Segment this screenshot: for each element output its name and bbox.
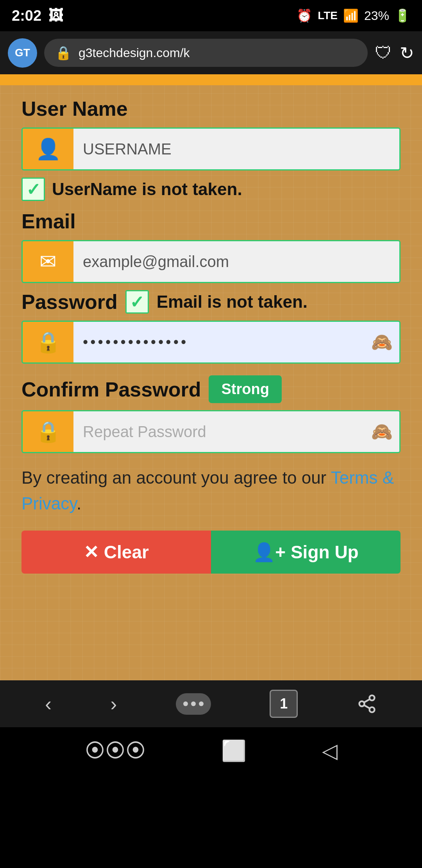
email-icon: ✉ <box>39 250 57 273</box>
eye-slash-icon: 🙈 <box>371 332 393 352</box>
lock-icon: 🔒 <box>55 45 72 61</box>
refresh-button[interactable]: ↻ <box>400 43 414 63</box>
svg-point-2 <box>369 707 374 712</box>
email-input-group: ✉ <box>21 240 401 283</box>
svg-point-1 <box>359 701 364 707</box>
signup-button[interactable]: 👤+ Sign Up <box>211 531 401 574</box>
lte-indicator: LTE <box>318 9 338 22</box>
svg-line-4 <box>364 699 370 703</box>
email-validation-text: Email is not taken. <box>157 292 308 312</box>
terms-text: By creating an account you agree to our … <box>21 465 401 516</box>
alarm-icon: ⏰ <box>297 8 312 23</box>
svg-line-3 <box>364 705 370 708</box>
signal-icon: 📶 <box>343 8 359 23</box>
email-icon-box: ✉ <box>23 241 73 282</box>
url-text: g3techdesign.com/k <box>79 46 190 60</box>
avatar: GT <box>8 38 37 68</box>
battery-level: 23% <box>364 9 389 23</box>
email-section-label: Email <box>21 210 401 233</box>
email-check-box: ✓ <box>125 290 149 314</box>
username-section-label: User Name <box>21 97 401 120</box>
confirm-password-input-group: 🔒 🙈 <box>21 410 401 453</box>
confirm-password-toggle-button[interactable]: 🙈 <box>364 411 399 452</box>
username-check-mark: ✓ <box>26 179 41 199</box>
browser-chrome: GT 🔒 g3techdesign.com/k 🛡 ↻ <box>0 31 422 74</box>
password-input[interactable] <box>73 322 364 362</box>
username-input-group: 👤 <box>21 127 401 170</box>
clear-button-label: ✕ Clear <box>84 542 149 563</box>
battery-icon: 🔋 <box>395 8 410 23</box>
password-section-label: Password <box>21 290 118 314</box>
top-partial-bar <box>0 74 422 85</box>
confirm-password-input[interactable] <box>73 411 364 452</box>
url-bar[interactable]: 🔒 g3techdesign.com/k <box>44 39 368 67</box>
form-content: User Name 👤 ✓ UserName is not taken. Ema… <box>0 74 422 680</box>
username-validation: ✓ UserName is not taken. <box>21 178 401 201</box>
photo-icon: 🖼 <box>48 7 63 24</box>
shield-icon[interactable]: 🛡 <box>375 43 392 63</box>
password-icon-box: 🔒 <box>23 322 73 362</box>
confirm-password-label-row: Confirm Password Strong <box>21 375 401 403</box>
password-input-group: 🔒 🙈 <box>21 321 401 364</box>
confirm-eye-slash-icon: 🙈 <box>371 421 393 442</box>
forward-button[interactable]: › <box>110 692 117 715</box>
password-toggle-button[interactable]: 🙈 <box>364 322 399 362</box>
confirm-password-section-label: Confirm Password <box>21 378 201 401</box>
bottom-nav: ‹ › 1 <box>0 680 422 727</box>
signup-button-label: 👤+ Sign Up <box>253 542 358 563</box>
android-recents-button[interactable]: ◁ <box>322 739 338 762</box>
email-input[interactable] <box>73 241 399 282</box>
more-menu-button[interactable] <box>176 693 211 715</box>
confirm-password-icon-box: 🔒 <box>23 411 73 452</box>
username-check-box: ✓ <box>21 178 45 201</box>
android-bar: ⦿⦿⦿ ⬜ ◁ <box>0 727 422 774</box>
confirm-lock-icon: 🔒 <box>36 420 61 444</box>
action-buttons: ✕ Clear 👤+ Sign Up <box>21 531 401 574</box>
username-icon-box: 👤 <box>23 129 73 169</box>
user-icon: 👤 <box>36 137 61 161</box>
svg-point-0 <box>369 695 374 700</box>
lock-icon: 🔒 <box>36 330 61 354</box>
android-home-button[interactable]: ⬜ <box>221 739 247 763</box>
clear-button[interactable]: ✕ Clear <box>21 531 211 574</box>
email-check-mark: ✓ <box>130 292 144 312</box>
strength-badge: Strong <box>209 375 281 403</box>
back-button[interactable]: ‹ <box>45 692 52 715</box>
tabs-button[interactable]: 1 <box>270 690 298 718</box>
android-back-button[interactable]: ⦿⦿⦿ <box>85 739 146 762</box>
time: 2:02 <box>12 7 41 24</box>
status-bar: 2:02 🖼 ⏰ LTE 📶 23% 🔋 <box>0 0 422 31</box>
share-button[interactable] <box>357 694 377 714</box>
username-validation-text: UserName is not taken. <box>52 179 242 199</box>
username-input[interactable] <box>73 129 399 169</box>
